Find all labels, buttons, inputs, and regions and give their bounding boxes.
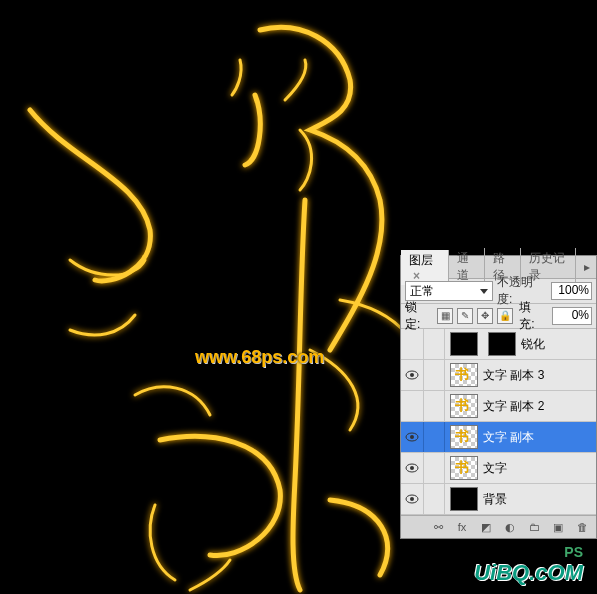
layer-thumbnail — [488, 332, 516, 356]
link-col[interactable] — [424, 422, 445, 452]
lock-row: 锁定: ▦ ✎ ✥ 🔒 填充: 0% — [401, 304, 596, 329]
link-col[interactable] — [424, 391, 445, 421]
svg-point-3 — [410, 373, 414, 377]
lock-transparent-icon[interactable]: ▦ — [437, 308, 453, 324]
layer-row[interactable]: 书 文字 副本 2 — [401, 391, 596, 422]
link-col[interactable] — [424, 360, 445, 390]
layer-name[interactable]: 文字 副本 3 — [483, 367, 596, 384]
blend-mode-dropdown[interactable]: 正常 — [405, 281, 493, 301]
watermark-ps: PS — [564, 544, 583, 560]
svg-point-9 — [410, 466, 414, 470]
layer-row[interactable]: 书 文字 — [401, 453, 596, 484]
layer-name[interactable]: 文字 副本 2 — [483, 398, 596, 415]
fx-icon[interactable]: fx — [454, 520, 470, 534]
layer-name[interactable]: 背景 — [483, 491, 596, 508]
layer-thumbnail — [450, 487, 478, 511]
adjustment-icon[interactable]: ◐ — [502, 520, 518, 534]
layer-thumbnail — [450, 332, 478, 356]
group-icon[interactable]: 🗀 — [526, 520, 542, 534]
chevron-down-icon — [480, 289, 488, 294]
trash-icon[interactable]: 🗑 — [574, 520, 590, 534]
link-layers-icon[interactable]: ⚯ — [430, 520, 446, 534]
visibility-toggle[interactable] — [401, 484, 424, 514]
fill-input[interactable]: 0% — [552, 307, 592, 325]
tab-layers[interactable]: 图层 × — [401, 250, 449, 285]
new-layer-icon[interactable]: ▣ — [550, 520, 566, 534]
link-col[interactable] — [424, 329, 445, 359]
svg-point-11 — [410, 497, 414, 501]
watermark-center: www.68ps.com — [195, 347, 324, 368]
panel-footer: ⚯ fx ◩ ◐ 🗀 ▣ 🗑 — [401, 515, 596, 538]
layer-row[interactable]: 书 文字 副本 3 — [401, 360, 596, 391]
svg-point-7 — [410, 435, 414, 439]
layer-thumbnail: 书 — [450, 394, 478, 418]
watermark-uibq: UiBQ.cOM — [474, 560, 583, 586]
link-col[interactable] — [424, 453, 445, 483]
layer-row[interactable]: 书 文字 副本 — [401, 422, 596, 453]
visibility-toggle[interactable] — [401, 453, 424, 483]
link-col[interactable] — [424, 484, 445, 514]
lock-icons: ▦ ✎ ✥ 🔒 — [437, 308, 513, 324]
layer-name[interactable]: 文字 副本 — [483, 429, 596, 446]
layer-list: 锐化 书 文字 副本 3 书 文字 副本 2 书 文字 副本 — [401, 329, 596, 515]
layer-name[interactable]: 文字 — [483, 460, 596, 477]
panel-menu-icon[interactable]: ▸ — [576, 258, 596, 276]
mask-icon[interactable]: ◩ — [478, 520, 494, 534]
layer-thumbnail: 书 — [450, 425, 478, 449]
visibility-toggle[interactable] — [401, 422, 424, 452]
visibility-toggle[interactable] — [401, 391, 424, 421]
layers-panel[interactable]: 图层 × 通道 路径 历史记录 ▸ 正常 不透明度: 100% 锁定: ▦ ✎ … — [400, 255, 597, 539]
layer-row[interactable]: 背景 — [401, 484, 596, 515]
visibility-toggle[interactable] — [401, 329, 424, 359]
lock-brush-icon[interactable]: ✎ — [457, 308, 473, 324]
lock-all-icon[interactable]: 🔒 — [497, 308, 513, 324]
layer-name[interactable]: 锐化 — [521, 336, 596, 353]
lock-move-icon[interactable]: ✥ — [477, 308, 493, 324]
layer-thumbnail: 书 — [450, 456, 478, 480]
lock-label: 锁定: — [405, 299, 431, 333]
opacity-input[interactable]: 100% — [551, 282, 592, 300]
visibility-toggle[interactable] — [401, 360, 424, 390]
fill-label: 填充: — [519, 299, 545, 333]
blend-mode-value: 正常 — [410, 283, 434, 300]
layer-row[interactable]: 锐化 — [401, 329, 596, 360]
tab-label: 图层 — [409, 253, 433, 267]
layer-thumbnail: 书 — [450, 363, 478, 387]
